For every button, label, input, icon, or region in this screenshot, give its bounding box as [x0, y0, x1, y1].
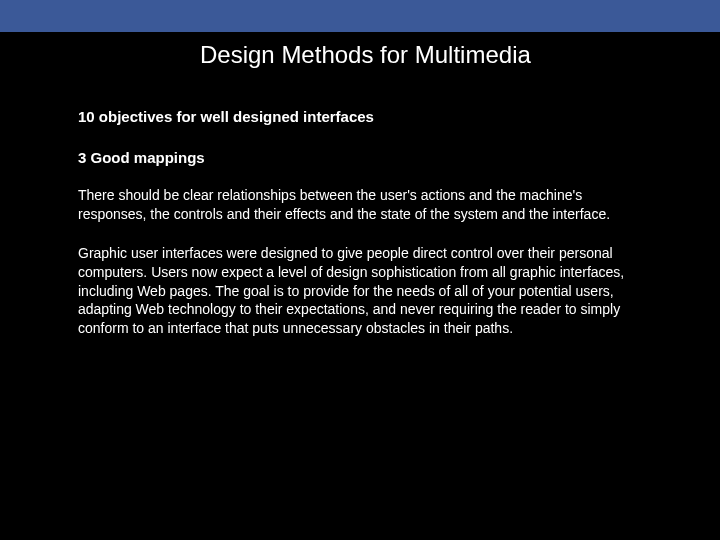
subsection-title: 3 Good mappings — [78, 149, 650, 166]
page-title: Design Methods for Multimedia — [200, 41, 531, 69]
paragraph-2: Graphic user interfaces were designed to… — [78, 244, 650, 338]
title-bar: Design Methods for Multimedia — [0, 32, 720, 78]
top-accent-bar — [0, 0, 720, 32]
content-area: 10 objectives for well designed interfac… — [0, 78, 720, 338]
section-title: 10 objectives for well designed interfac… — [78, 108, 650, 125]
paragraph-1: There should be clear relationships betw… — [78, 186, 650, 224]
